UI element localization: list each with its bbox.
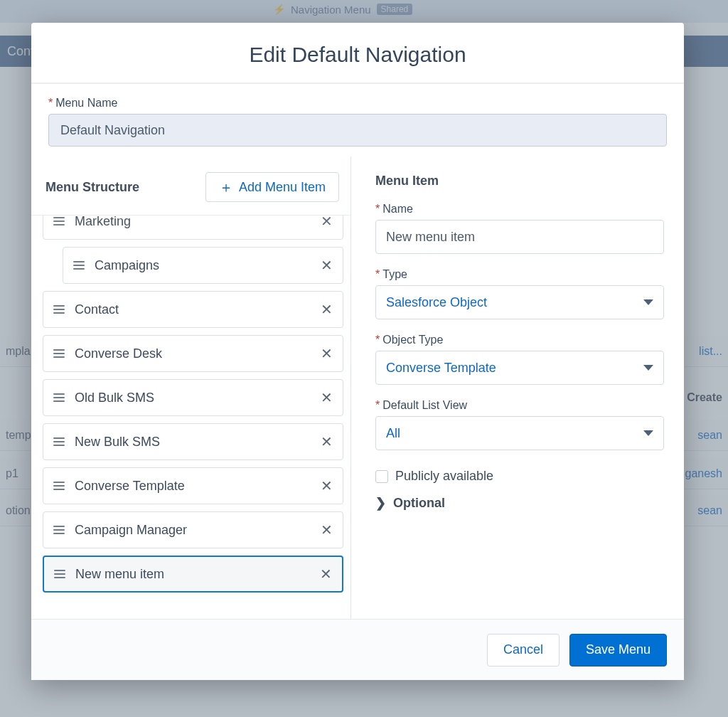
drag-handle-icon[interactable] — [53, 437, 65, 446]
required-asterisk: * — [48, 97, 53, 110]
drag-handle-icon[interactable] — [54, 570, 65, 578]
object-type-label: Object Type — [382, 334, 443, 346]
remove-item-icon[interactable]: ✕ — [320, 567, 332, 581]
menu-structure-item[interactable]: Campaigns✕ — [63, 247, 343, 284]
chevron-down-icon — [643, 430, 653, 436]
drag-handle-icon[interactable] — [53, 349, 65, 358]
detail-heading: Menu Item — [375, 174, 664, 188]
menu-structure-item-label: Campaigns — [95, 258, 311, 273]
cancel-button[interactable]: Cancel — [487, 634, 560, 666]
menu-structure-pane: Menu Structure ＋ Add Menu Item Marketing… — [31, 156, 351, 619]
name-field: *Name — [375, 203, 664, 254]
type-value: Salesforce Object — [386, 295, 487, 310]
add-menu-item-button[interactable]: ＋ Add Menu Item — [205, 172, 339, 202]
menu-structure-item-label: Campaign Manager — [75, 523, 311, 538]
publicly-available-checkbox[interactable]: Publicly available — [375, 469, 664, 484]
structure-header: Menu Structure ＋ Add Menu Item — [31, 156, 350, 216]
drag-handle-icon[interactable] — [53, 526, 65, 534]
optional-label: Optional — [393, 496, 445, 511]
type-label: Type — [382, 268, 407, 281]
remove-item-icon[interactable]: ✕ — [321, 346, 333, 361]
menu-structure-item-label: Converse Template — [75, 479, 311, 494]
name-input[interactable] — [375, 220, 664, 254]
menu-item-detail-pane: Menu Item *Name *Type Salesforce Object … — [351, 156, 684, 619]
menu-structure-item-label: New Bulk SMS — [75, 435, 311, 450]
save-menu-button[interactable]: Save Menu — [569, 634, 667, 666]
menu-name-field: * Menu Name — [31, 84, 684, 156]
object-type-field: *Object Type Converse Template — [375, 334, 664, 385]
drag-handle-icon[interactable] — [53, 305, 65, 314]
object-type-value: Converse Template — [386, 361, 496, 376]
remove-item-icon[interactable]: ✕ — [321, 435, 333, 449]
remove-item-icon[interactable]: ✕ — [321, 302, 333, 317]
add-menu-item-label: Add Menu Item — [239, 180, 326, 195]
type-select[interactable]: Salesforce Object — [375, 285, 664, 319]
default-list-view-select[interactable]: All — [375, 416, 664, 450]
menu-structure-item[interactable]: Converse Desk✕ — [43, 335, 343, 372]
chevron-down-icon — [643, 365, 653, 371]
menu-structure-item[interactable]: Converse Template✕ — [43, 467, 343, 504]
name-label: Name — [382, 203, 413, 216]
menu-structure-item[interactable]: Old Bulk SMS✕ — [43, 379, 343, 416]
plus-icon: ＋ — [219, 178, 233, 197]
default-list-value: All — [386, 426, 400, 441]
modal-title: Edit Default Navigation — [31, 23, 684, 84]
menu-structure-item[interactable]: New menu item✕ — [43, 556, 343, 593]
menu-name-input[interactable] — [48, 114, 667, 147]
object-type-select[interactable]: Converse Template — [375, 351, 664, 385]
menu-structure-item-label: Converse Desk — [75, 346, 311, 361]
drag-handle-icon[interactable] — [53, 393, 65, 402]
remove-item-icon[interactable]: ✕ — [321, 391, 333, 405]
default-list-label: Default List View — [382, 399, 467, 412]
drag-handle-icon[interactable] — [53, 217, 65, 225]
menu-name-label-text: Menu Name — [55, 97, 117, 110]
chevron-down-icon — [643, 299, 653, 305]
menu-structure-item-label: New menu item — [75, 567, 310, 582]
modal-body: Menu Structure ＋ Add Menu Item Marketing… — [31, 156, 684, 619]
menu-structure-item-label: Marketing — [75, 216, 311, 229]
type-field: *Type Salesforce Object — [375, 268, 664, 319]
menu-structure-item-label: Contact — [75, 302, 311, 317]
modal-footer: Cancel Save Menu — [31, 619, 684, 680]
remove-item-icon[interactable]: ✕ — [321, 523, 333, 537]
optional-toggle[interactable]: ❯ Optional — [375, 495, 664, 511]
publicly-available-label: Publicly available — [395, 469, 493, 484]
menu-structure-item[interactable]: New Bulk SMS✕ — [43, 423, 343, 460]
chevron-right-icon: ❯ — [375, 495, 386, 511]
remove-item-icon[interactable]: ✕ — [321, 479, 333, 493]
structure-list: Marketing✕Campaigns✕Contact✕Converse Des… — [31, 216, 350, 619]
menu-structure-item-label: Old Bulk SMS — [75, 391, 311, 405]
drag-handle-icon[interactable] — [73, 261, 85, 270]
menu-structure-item[interactable]: Marketing✕ — [43, 216, 343, 240]
drag-handle-icon[interactable] — [53, 482, 65, 490]
menu-name-label: * Menu Name — [48, 97, 667, 110]
default-list-view-field: *Default List View All — [375, 399, 664, 450]
remove-item-icon[interactable]: ✕ — [321, 258, 333, 272]
remove-item-icon[interactable]: ✕ — [321, 216, 333, 228]
menu-structure-item[interactable]: Contact✕ — [43, 291, 343, 328]
edit-navigation-modal: Edit Default Navigation * Menu Name Menu… — [31, 23, 684, 680]
structure-heading: Menu Structure — [46, 180, 139, 195]
checkbox-box — [375, 470, 388, 483]
menu-structure-item[interactable]: Campaign Manager✕ — [43, 511, 343, 548]
